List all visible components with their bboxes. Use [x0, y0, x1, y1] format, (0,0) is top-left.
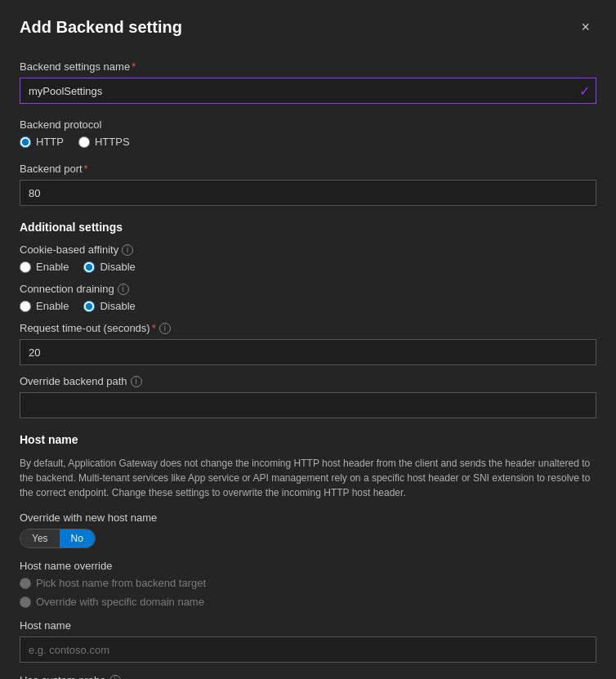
- request-timeout-info-icon[interactable]: i: [159, 323, 171, 334]
- cookie-disable-radio[interactable]: [83, 261, 95, 273]
- drain-disable-radio[interactable]: [83, 301, 95, 312]
- override-specific-domain-text: Override with specific domain name: [36, 596, 204, 608]
- host-name-field-label: Host name: [20, 619, 596, 632]
- required-star-port: *: [84, 163, 88, 175]
- request-timeout-group: Request time-out (seconds) * i: [20, 322, 596, 365]
- connection-draining-radio-group: Enable Disable: [20, 300, 596, 312]
- drain-enable-radio[interactable]: [20, 301, 31, 312]
- use-custom-probe-group: Use custom probe i Yes No: [20, 674, 596, 679]
- override-backend-path-input[interactable]: [20, 392, 596, 418]
- cookie-affinity-info-icon[interactable]: i: [122, 244, 133, 256]
- backend-protocol-label: Backend protocol: [20, 118, 596, 131]
- cookie-affinity-label: Cookie-based affinity: [20, 243, 118, 256]
- protocol-http-text: HTTP: [36, 136, 64, 148]
- cookie-affinity-radio-group: Enable Disable: [20, 261, 596, 273]
- protocol-http-label[interactable]: HTTP: [20, 136, 64, 148]
- required-star-timeout: *: [152, 322, 156, 334]
- override-specific-domain-radio[interactable]: [20, 596, 31, 608]
- protocol-https-radio[interactable]: [78, 136, 90, 148]
- host-name-section: Host name By default, Application Gatewa…: [20, 433, 596, 679]
- host-name-section-title: Host name: [20, 433, 596, 446]
- backend-protocol-radio-group: HTTP HTTPS: [20, 136, 596, 148]
- host-name-field-group: Host name: [20, 619, 596, 663]
- protocol-https-label[interactable]: HTTPS: [78, 136, 130, 148]
- cookie-disable-text: Disable: [100, 261, 135, 273]
- host-name-override-group: Host name override Pick host name from b…: [20, 560, 596, 608]
- request-timeout-label: Request time-out (seconds): [20, 322, 150, 334]
- additional-settings-title: Additional settings: [20, 221, 596, 234]
- host-name-field-input[interactable]: [20, 637, 596, 663]
- connection-draining-info-icon[interactable]: i: [118, 284, 129, 295]
- required-star-name: *: [132, 60, 136, 73]
- host-name-description: By default, Application Gateway does not…: [20, 456, 596, 500]
- override-yes-button[interactable]: Yes: [20, 529, 60, 547]
- backend-port-input[interactable]: [20, 180, 596, 206]
- pick-host-name-label[interactable]: Pick host name from backend target: [20, 577, 206, 589]
- drain-disable-label[interactable]: Disable: [83, 300, 135, 312]
- use-custom-probe-info-icon[interactable]: i: [109, 675, 121, 680]
- additional-settings-group: Additional settings Cookie-based affinit…: [20, 221, 596, 418]
- panel: Add Backend setting × Backend settings n…: [0, 0, 616, 679]
- pick-host-name-radio[interactable]: [20, 578, 31, 589]
- backend-port-group: Backend port *: [20, 163, 596, 206]
- override-toggle-container: Yes No: [20, 529, 96, 548]
- protocol-https-text: HTTPS: [95, 136, 130, 148]
- drain-enable-text: Enable: [36, 300, 69, 312]
- close-button[interactable]: ×: [574, 16, 596, 38]
- pick-host-name-text: Pick host name from backend target: [36, 577, 206, 589]
- drain-disable-text: Disable: [100, 300, 135, 312]
- host-name-override-label: Host name override: [20, 560, 596, 572]
- drain-enable-label[interactable]: Enable: [20, 300, 69, 312]
- cookie-enable-label[interactable]: Enable: [20, 261, 69, 273]
- use-custom-probe-label: Use custom probe: [20, 674, 106, 679]
- protocol-http-radio[interactable]: [20, 136, 31, 148]
- backend-protocol-group: Backend protocol HTTP HTTPS: [20, 118, 596, 148]
- host-name-override-radio-group: Pick host name from backend target Overr…: [20, 577, 596, 608]
- backend-settings-name-label: Backend settings name: [20, 60, 130, 73]
- panel-header: Add Backend setting ×: [20, 16, 596, 38]
- cookie-affinity-group: Cookie-based affinity i Enable Disable: [20, 243, 596, 273]
- connection-draining-group: Connection draining i Enable Disable: [20, 283, 596, 312]
- override-backend-path-info-icon[interactable]: i: [131, 376, 142, 387]
- panel-title: Add Backend setting: [20, 18, 182, 37]
- override-backend-path-group: Override backend path i: [20, 375, 596, 418]
- backend-settings-name-input[interactable]: [20, 78, 596, 104]
- backend-settings-name-input-wrapper: ✓: [20, 78, 596, 104]
- request-timeout-input[interactable]: [20, 339, 596, 365]
- backend-settings-name-group: Backend settings name * ✓: [20, 60, 596, 104]
- cookie-disable-label[interactable]: Disable: [83, 261, 135, 273]
- override-no-button[interactable]: No: [60, 529, 95, 547]
- override-backend-path-label: Override backend path: [20, 375, 127, 387]
- check-icon: ✓: [579, 83, 590, 99]
- connection-draining-label: Connection draining: [20, 283, 114, 295]
- override-new-host-name-group: Override with new host name Yes No: [20, 511, 596, 548]
- cookie-enable-radio[interactable]: [20, 261, 31, 273]
- override-specific-domain-label[interactable]: Override with specific domain name: [20, 596, 204, 608]
- override-new-host-name-label: Override with new host name: [20, 511, 596, 524]
- backend-port-label: Backend port: [20, 163, 83, 175]
- cookie-enable-text: Enable: [36, 261, 69, 273]
